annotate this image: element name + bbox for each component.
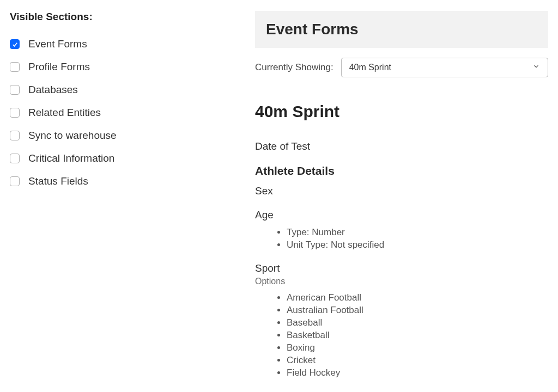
- list-item: Unit Type: Not specified: [287, 239, 548, 252]
- list-item: Cricket: [287, 354, 548, 367]
- select-label: Currently Showing:: [255, 62, 333, 73]
- checkbox-label: Event Forms: [28, 38, 87, 50]
- main-content: Event Forms Currently Showing: 40m Sprin…: [255, 11, 548, 379]
- list-item: Australian Football: [287, 304, 548, 317]
- checkbox-item[interactable]: Critical Information: [10, 152, 233, 164]
- checkbox-item[interactable]: Related Entities: [10, 107, 233, 119]
- checkbox-label: Sync to warehouse: [28, 130, 117, 142]
- age-details-list: Type: NumberUnit Type: Not specified: [255, 226, 548, 252]
- list-item: Field Hockey: [287, 367, 548, 379]
- checkbox-label: Status Fields: [28, 175, 88, 187]
- checkbox-box[interactable]: [10, 85, 20, 95]
- currently-showing-row: Currently Showing: 40m Sprint: [255, 58, 548, 77]
- checkbox-label: Databases: [28, 84, 78, 96]
- checkbox-box[interactable]: [10, 62, 20, 72]
- list-item: Basketball: [287, 329, 548, 342]
- checkbox-box[interactable]: [10, 154, 20, 163]
- form-title: 40m Sprint: [255, 102, 548, 121]
- checkbox-box[interactable]: [10, 39, 20, 49]
- select-value: 40m Sprint: [349, 63, 391, 72]
- field-date-of-test: Date of Test: [255, 140, 548, 152]
- options-label: Options: [255, 277, 548, 286]
- checkbox-box[interactable]: [10, 131, 20, 140]
- checkbox-item[interactable]: Profile Forms: [10, 61, 233, 73]
- checkbox-item[interactable]: Sync to warehouse: [10, 130, 233, 142]
- field-sport: Sport: [255, 262, 548, 274]
- list-item: Baseball: [287, 317, 548, 329]
- checkbox-box[interactable]: [10, 176, 20, 186]
- list-item: Boxing: [287, 342, 548, 354]
- checkbox-label: Profile Forms: [28, 61, 90, 73]
- sport-options-list: American FootballAustralian FootballBase…: [255, 292, 548, 379]
- checkbox-item[interactable]: Status Fields: [10, 175, 233, 187]
- checkbox-item[interactable]: Databases: [10, 84, 233, 96]
- list-item: Type: Number: [287, 226, 548, 239]
- section-header: Event Forms: [255, 11, 548, 48]
- athlete-details-title: Athlete Details: [255, 164, 548, 177]
- chevron-down-icon: [532, 63, 540, 72]
- form-select-dropdown[interactable]: 40m Sprint: [341, 58, 548, 77]
- sidebar-visible-sections: Visible Sections: Event FormsProfile For…: [10, 11, 233, 379]
- checkbox-list: Event FormsProfile FormsDatabasesRelated…: [10, 38, 233, 187]
- field-age: Age: [255, 209, 548, 221]
- checkbox-label: Related Entities: [28, 107, 101, 119]
- list-item: American Football: [287, 292, 548, 304]
- section-header-title: Event Forms: [266, 21, 537, 38]
- sidebar-title: Visible Sections:: [10, 11, 233, 23]
- checkbox-item[interactable]: Event Forms: [10, 38, 233, 50]
- checkbox-box[interactable]: [10, 108, 20, 118]
- field-sex: Sex: [255, 185, 548, 197]
- checkbox-label: Critical Information: [28, 152, 114, 164]
